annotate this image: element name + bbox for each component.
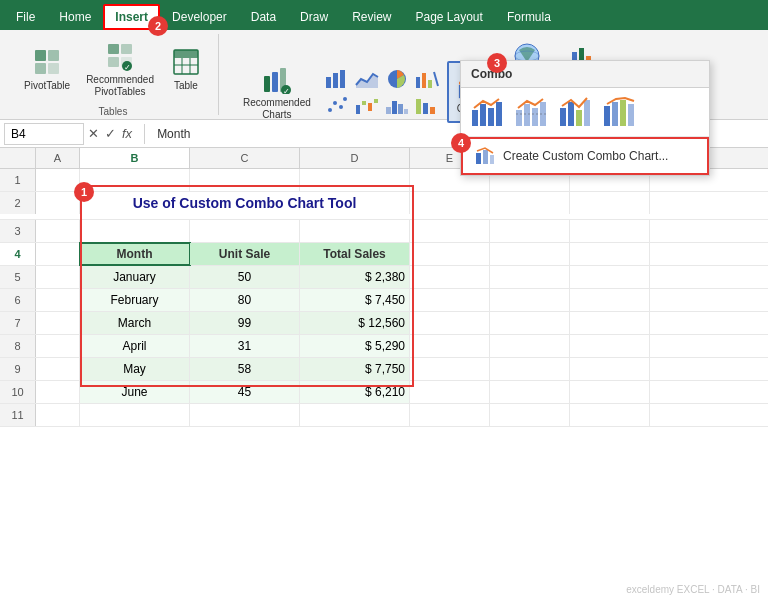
cell-c9[interactable]: 58 <box>190 358 300 380</box>
cell-c6[interactable]: 80 <box>190 289 300 311</box>
cell-f11[interactable] <box>490 404 570 426</box>
cell-b2-merged[interactable]: Use of Custom Combo Chart Tool <box>80 192 410 214</box>
cell-g7[interactable] <box>570 312 650 334</box>
cell-e8[interactable] <box>410 335 490 357</box>
pie-chart-button[interactable] <box>383 67 411 91</box>
cell-f5[interactable] <box>490 266 570 288</box>
confirm-icon[interactable]: ✓ <box>105 126 116 141</box>
cell-e6[interactable] <box>410 289 490 311</box>
create-custom-combo-button[interactable]: Create Custom Combo Chart... <box>463 139 707 173</box>
table-button[interactable]: Table <box>164 42 208 96</box>
cell-b8[interactable]: April <box>80 335 190 357</box>
cell-a4[interactable] <box>36 243 80 265</box>
cell-e2[interactable] <box>410 192 490 214</box>
cell-c8[interactable]: 31 <box>190 335 300 357</box>
cell-g8[interactable] <box>570 335 650 357</box>
cell-f9[interactable] <box>490 358 570 380</box>
cell-c10[interactable]: 45 <box>190 381 300 403</box>
cell-e3[interactable] <box>410 220 490 242</box>
cell-b1[interactable] <box>80 169 190 191</box>
cell-a10[interactable] <box>36 381 80 403</box>
pivot-table-button[interactable]: PivotTable <box>18 42 76 96</box>
cell-d1[interactable] <box>300 169 410 191</box>
cell-b4[interactable]: Month <box>80 243 190 265</box>
cell-d10[interactable]: $ 6,210 <box>300 381 410 403</box>
cell-b3[interactable] <box>80 220 190 242</box>
combo-type-3[interactable] <box>557 94 597 130</box>
cell-f8[interactable] <box>490 335 570 357</box>
cell-b11[interactable] <box>80 404 190 426</box>
cell-a5[interactable] <box>36 266 80 288</box>
tab-home[interactable]: Home <box>47 4 103 30</box>
col-header-d[interactable]: D <box>300 148 410 168</box>
cell-g2[interactable] <box>570 192 650 214</box>
tab-page-layout[interactable]: Page Layout <box>403 4 494 30</box>
cell-b5[interactable]: January <box>80 266 190 288</box>
cell-e4[interactable] <box>410 243 490 265</box>
line-chart-button[interactable] <box>353 67 381 91</box>
tab-review[interactable]: Review <box>340 4 403 30</box>
col-header-b[interactable]: B <box>80 148 190 168</box>
cell-g11[interactable] <box>570 404 650 426</box>
cell-a1[interactable] <box>36 169 80 191</box>
col-header-c[interactable]: C <box>190 148 300 168</box>
cell-e11[interactable] <box>410 404 490 426</box>
tab-file[interactable]: File <box>4 4 47 30</box>
scatter-chart-button[interactable] <box>323 93 351 117</box>
cell-d7[interactable]: $ 12,560 <box>300 312 410 334</box>
cell-f4[interactable] <box>490 243 570 265</box>
cell-d3[interactable] <box>300 220 410 242</box>
cell-g4[interactable] <box>570 243 650 265</box>
cell-a7[interactable] <box>36 312 80 334</box>
cell-d6[interactable]: $ 7,450 <box>300 289 410 311</box>
cell-g6[interactable] <box>570 289 650 311</box>
cell-d9[interactable]: $ 7,750 <box>300 358 410 380</box>
combo-type-4[interactable] <box>601 94 641 130</box>
combo-type-1[interactable] <box>469 94 509 130</box>
area2-chart-button[interactable] <box>413 93 441 117</box>
cell-f10[interactable] <box>490 381 570 403</box>
tab-developer[interactable]: Developer <box>160 4 239 30</box>
tab-data[interactable]: Data <box>239 4 288 30</box>
col-header-a[interactable]: A <box>36 148 80 168</box>
more-charts-button[interactable] <box>413 67 441 91</box>
waterfall-chart-button[interactable] <box>353 93 381 117</box>
cell-c1[interactable] <box>190 169 300 191</box>
recommended-pivottables-button[interactable]: ✓ RecommendedPivotTables <box>80 36 160 102</box>
cell-f3[interactable] <box>490 220 570 242</box>
cell-g9[interactable] <box>570 358 650 380</box>
cell-d8[interactable]: $ 5,290 <box>300 335 410 357</box>
cell-c5[interactable]: 50 <box>190 266 300 288</box>
cell-b7[interactable]: March <box>80 312 190 334</box>
cell-b9[interactable]: May <box>80 358 190 380</box>
cell-a8[interactable] <box>36 335 80 357</box>
cell-g5[interactable] <box>570 266 650 288</box>
cell-e5[interactable] <box>410 266 490 288</box>
cell-a6[interactable] <box>36 289 80 311</box>
cell-g10[interactable] <box>570 381 650 403</box>
cell-d11[interactable] <box>300 404 410 426</box>
cell-b10[interactable]: June <box>80 381 190 403</box>
cell-a11[interactable] <box>36 404 80 426</box>
cell-e7[interactable] <box>410 312 490 334</box>
cell-c7[interactable]: 99 <box>190 312 300 334</box>
cell-d4[interactable]: Total Sales <box>300 243 410 265</box>
cell-b6[interactable]: February <box>80 289 190 311</box>
cell-d5[interactable]: $ 2,380 <box>300 266 410 288</box>
combo-type-2[interactable] <box>513 94 553 130</box>
bar-chart-button[interactable] <box>323 67 351 91</box>
histogram-button[interactable] <box>383 93 411 117</box>
cell-f2[interactable] <box>490 192 570 214</box>
cancel-icon[interactable]: ✕ <box>88 126 99 141</box>
recommended-charts-button[interactable]: ✓ RecommendedCharts <box>237 59 317 125</box>
cell-c3[interactable] <box>190 220 300 242</box>
cell-g3[interactable] <box>570 220 650 242</box>
cell-c11[interactable] <box>190 404 300 426</box>
cell-a3[interactable] <box>36 220 80 242</box>
cell-f7[interactable] <box>490 312 570 334</box>
cell-f6[interactable] <box>490 289 570 311</box>
tab-draw[interactable]: Draw <box>288 4 340 30</box>
cell-e10[interactable] <box>410 381 490 403</box>
cell-a9[interactable] <box>36 358 80 380</box>
cell-e9[interactable] <box>410 358 490 380</box>
